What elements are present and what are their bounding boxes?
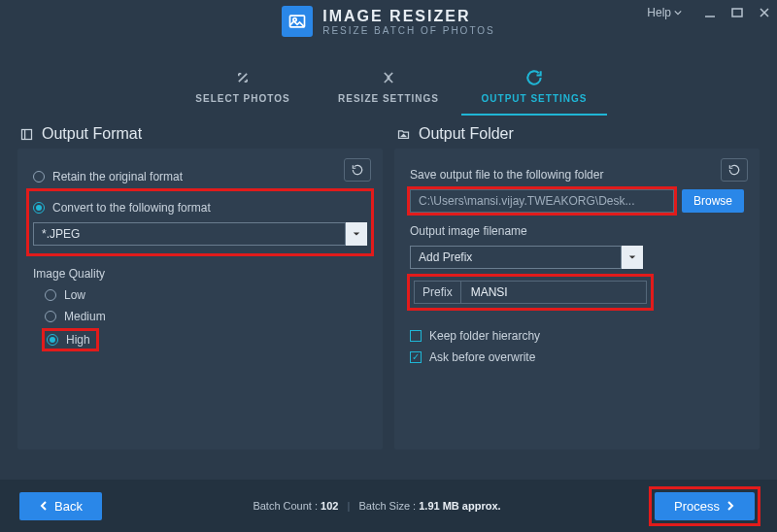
prefix-input[interactable]: MANSI — [461, 282, 646, 303]
process-button[interactable]: Process — [655, 492, 755, 520]
svg-rect-3 — [22, 129, 32, 139]
svg-rect-2 — [732, 9, 742, 17]
maximize-icon[interactable] — [730, 6, 744, 19]
radio-quality-medium[interactable]: Medium — [45, 310, 367, 323]
prefix-label: Prefix — [415, 282, 461, 303]
tab-output-settings[interactable]: OUTPUT SETTINGS — [461, 54, 607, 116]
filename-mode-select[interactable]: Add Prefix — [410, 246, 643, 269]
checkbox-keep-hierarchy[interactable]: Keep folder hierarchy — [410, 329, 744, 343]
prefix-input-group: Prefix MANSI — [414, 281, 647, 304]
format-select[interactable]: *.JPEG — [33, 222, 367, 246]
checkbox-ask-overwrite[interactable]: ✓ Ask before overwrite — [410, 350, 744, 364]
reset-format-button[interactable] — [344, 158, 371, 182]
image-quality-label: Image Quality — [33, 267, 367, 281]
app-title: IMAGE RESIZER — [322, 8, 495, 25]
app-logo-icon — [282, 6, 313, 37]
step-tabs: SELECT PHOTOS RESIZE SETTINGS OUTPUT SET… — [0, 54, 777, 116]
app-logo-group: IMAGE RESIZER RESIZE BATCH OF PHOTOS — [282, 6, 495, 37]
close-icon[interactable] — [758, 6, 771, 19]
chevron-down-icon[interactable] — [622, 246, 643, 269]
filename-mode-value: Add Prefix — [410, 246, 622, 269]
output-path-input[interactable]: C:\Users\mansi.vijay.TWEAKORG\Desk... — [410, 189, 674, 213]
output-format-panel: Retain the original format Convert to th… — [17, 149, 383, 449]
chevron-down-icon[interactable] — [346, 222, 367, 246]
radio-convert-format[interactable]: Convert to the following format — [33, 201, 367, 215]
tab-select-photos[interactable]: SELECT PHOTOS — [170, 54, 316, 116]
help-menu[interactable]: Help — [647, 6, 682, 19]
format-select-value: *.JPEG — [33, 222, 346, 246]
back-button[interactable]: Back — [19, 492, 102, 520]
output-format-heading: Output Format — [17, 125, 383, 143]
tab-resize-settings[interactable]: RESIZE SETTINGS — [316, 54, 461, 116]
browse-button[interactable]: Browse — [682, 189, 744, 213]
filename-label: Output image filename — [410, 224, 744, 238]
radio-retain-format[interactable]: Retain the original format — [33, 170, 367, 183]
output-folder-heading: Output Folder — [394, 125, 760, 143]
output-folder-panel: Save output file to the following folder… — [394, 149, 760, 449]
app-subtitle: RESIZE BATCH OF PHOTOS — [322, 25, 495, 36]
batch-info: Batch Count : 102 | Batch Size : 1.91 MB… — [102, 500, 652, 512]
reset-folder-button[interactable] — [721, 158, 748, 182]
radio-quality-low[interactable]: Low — [45, 288, 367, 302]
minimize-icon[interactable] — [703, 6, 717, 19]
save-folder-label: Save output file to the following folder — [410, 168, 744, 182]
footer-bar: Back Batch Count : 102 | Batch Size : 1.… — [0, 480, 777, 532]
radio-quality-high[interactable]: High — [45, 331, 96, 349]
title-bar: IMAGE RESIZER RESIZE BATCH OF PHOTOS Hel… — [0, 0, 777, 43]
